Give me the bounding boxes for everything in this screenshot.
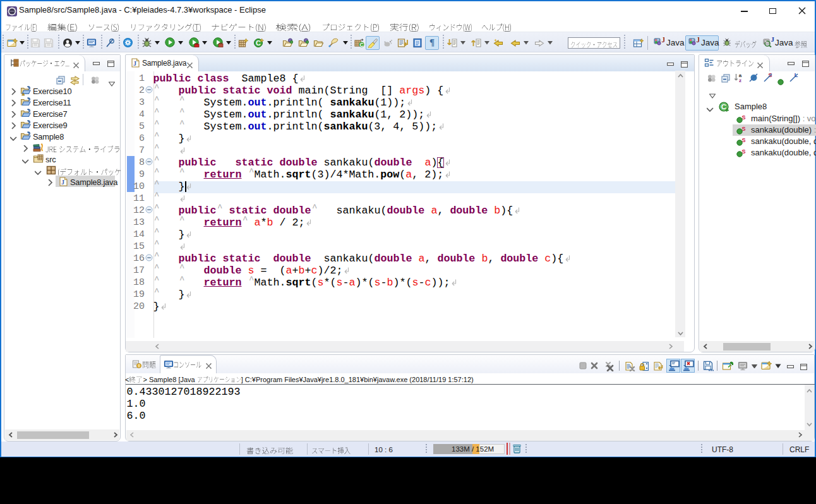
svg-text:S: S <box>741 127 745 132</box>
svg-text:J: J <box>133 60 136 67</box>
svg-text:J: J <box>662 37 665 44</box>
svg-text:S: S <box>741 138 745 143</box>
svg-text:J: J <box>697 37 700 44</box>
svg-text:¶: ¶ <box>429 37 435 47</box>
svg-text:J: J <box>61 178 64 185</box>
svg-text:S: S <box>741 116 745 121</box>
svg-text:z: z <box>739 78 741 83</box>
svg-text:S: S <box>741 150 745 155</box>
svg-text:C: C <box>721 103 726 111</box>
svg-text:J: J <box>771 37 775 43</box>
svg-text:C: C <box>359 42 363 48</box>
